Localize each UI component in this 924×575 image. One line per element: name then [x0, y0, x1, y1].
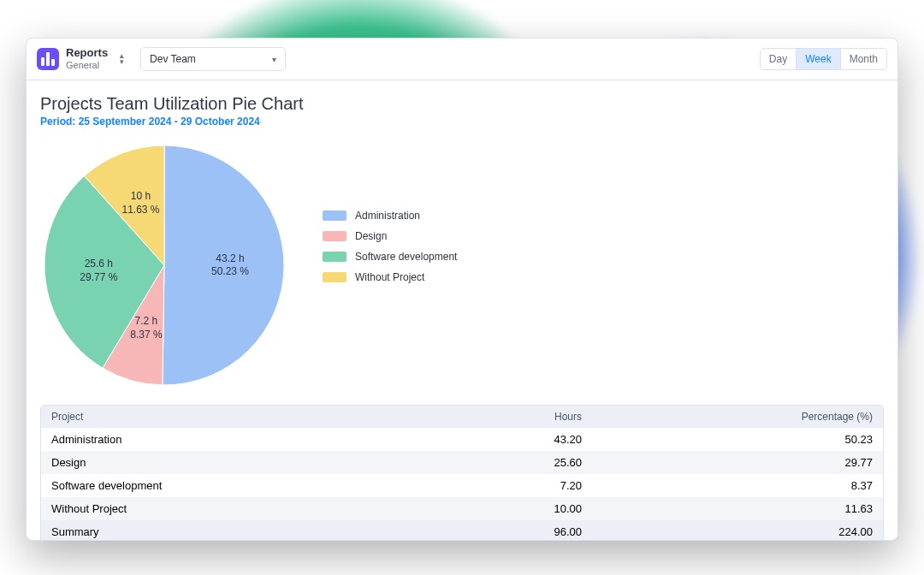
chevron-down-icon: ▾	[272, 55, 276, 64]
col-pct: Percentage (%)	[592, 406, 883, 428]
legend-swatch	[323, 272, 346, 282]
sort-chevrons-icon[interactable]: ▲▼	[118, 53, 125, 65]
cell-project: Design	[41, 451, 404, 474]
legend-item[interactable]: Without Project	[323, 271, 457, 283]
pie-chart: 43.2 h50.23 %7.2 h8.37 %25.6 h29.77 %10 …	[40, 141, 288, 389]
brand-title: Reports	[66, 47, 108, 60]
legend-label: Without Project	[355, 271, 424, 283]
date-range-segment: Day Week Month	[760, 48, 887, 70]
cell-hours: 43.20	[404, 428, 592, 451]
cell-pct: 8.37	[592, 474, 883, 497]
table-summary-row: Summary96.00224.00	[41, 520, 883, 541]
legend-swatch	[323, 252, 346, 262]
cell-summary-pct: 224.00	[592, 520, 883, 541]
legend-label: Design	[355, 230, 387, 242]
cell-summary-hours: 96.00	[404, 520, 592, 541]
cell-project: Software development	[41, 474, 404, 497]
utilization-table: ProjectHoursPercentage (%)Administration…	[40, 405, 884, 541]
table-header: ProjectHoursPercentage (%)	[41, 406, 883, 428]
reports-switcher-text: Reports General	[66, 47, 108, 71]
range-week[interactable]: Week	[796, 49, 839, 69]
team-select[interactable]: Dev Team ▾	[140, 47, 286, 71]
cell-project: Without Project	[41, 497, 404, 520]
report-card: Reports General ▲▼ Dev Team ▾ Day Week M…	[26, 38, 898, 541]
table-row: Design25.6029.77	[41, 451, 883, 474]
legend-swatch	[323, 210, 346, 221]
legend-item[interactable]: Software development	[323, 251, 457, 263]
period-label: Period: 25 September 2024 - 29 October 2…	[40, 116, 884, 127]
legend-swatch	[323, 231, 346, 241]
page-title: Projects Team Utilization Pie Chart	[40, 94, 884, 114]
content: Projects Team Utilization Pie Chart Peri…	[27, 80, 897, 541]
range-day[interactable]: Day	[761, 49, 796, 69]
col-project: Project	[41, 406, 404, 428]
cell-pct: 29.77	[592, 451, 883, 474]
legend-item[interactable]: Administration	[323, 210, 457, 222]
legend: AdministrationDesignSoftware development…	[323, 210, 457, 283]
table-row: Without Project10.0011.63	[41, 497, 883, 520]
top-bar: Reports General ▲▼ Dev Team ▾ Day Week M…	[27, 39, 897, 80]
col-hours: Hours	[404, 406, 592, 428]
brand-subtitle: General	[66, 60, 108, 71]
cell-hours: 25.60	[404, 451, 592, 474]
cell-summary-label: Summary	[41, 520, 404, 541]
table-row: Software development7.208.37	[41, 474, 883, 497]
legend-label: Software development	[355, 251, 457, 263]
cell-pct: 50.23	[592, 428, 883, 451]
cell-project: Administration	[41, 428, 404, 451]
cell-pct: 11.63	[592, 497, 883, 520]
legend-item[interactable]: Design	[323, 230, 457, 242]
bar-chart-icon	[37, 48, 59, 70]
pie-slice[interactable]	[163, 145, 284, 385]
cell-hours: 10.00	[404, 497, 592, 520]
reports-switcher[interactable]: Reports General ▲▼	[37, 47, 125, 71]
range-month[interactable]: Month	[840, 49, 886, 69]
table-row: Administration43.2050.23	[41, 428, 883, 451]
cell-hours: 7.20	[404, 474, 592, 497]
team-select-value: Dev Team	[150, 53, 196, 65]
legend-label: Administration	[355, 210, 420, 222]
